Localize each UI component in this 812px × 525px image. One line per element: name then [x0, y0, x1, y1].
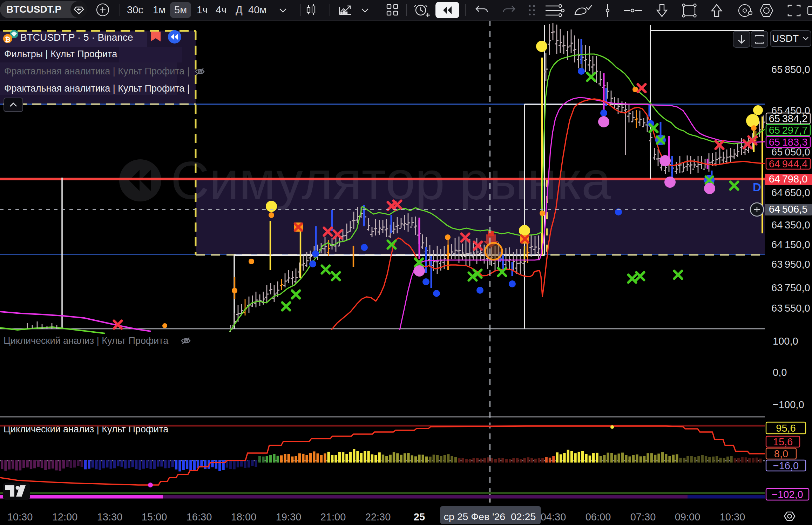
- svg-text:63 950,0: 63 950,0: [771, 259, 810, 270]
- svg-text:ср 25 Фев '26 02:25: ср 25 Фев '26 02:25: [444, 511, 536, 522]
- svg-text:63 750,0: 63 750,0: [771, 282, 810, 293]
- svg-text:65 050,0: 65 050,0: [771, 146, 810, 158]
- svg-text:10:30: 10:30: [720, 511, 745, 523]
- svg-text:−16,0: −16,0: [773, 460, 799, 471]
- svg-text:19:30: 19:30: [276, 511, 302, 523]
- svg-text:15,6: 15,6: [773, 436, 793, 447]
- svg-text:13:30: 13:30: [97, 511, 123, 523]
- svg-text:10:30: 10:30: [7, 511, 33, 523]
- svg-text:09:00: 09:00: [675, 511, 701, 523]
- svg-text:95,6: 95,6: [776, 423, 796, 434]
- svg-text:64 650,0: 64 650,0: [771, 187, 810, 198]
- svg-text:21:00: 21:00: [320, 511, 346, 523]
- svg-text:65 297,7: 65 297,7: [769, 125, 808, 136]
- svg-text:04:30: 04:30: [541, 511, 566, 523]
- svg-text:64 350,0: 64 350,0: [771, 219, 810, 231]
- svg-text:64 506,5: 64 506,5: [769, 204, 808, 215]
- svg-text:Фильтры | Культ Профита: Фильтры | Культ Профита: [4, 49, 117, 59]
- svg-text:25: 25: [414, 511, 425, 523]
- svg-text:65 384,2: 65 384,2: [769, 113, 808, 124]
- svg-text:65 850,0: 65 850,0: [771, 64, 810, 75]
- svg-text:06:00: 06:00: [586, 511, 611, 523]
- svg-text:22:30: 22:30: [365, 511, 391, 523]
- svg-text:₿: ₿: [5, 36, 10, 43]
- svg-text:D: D: [753, 181, 761, 194]
- svg-text:18:00: 18:00: [231, 511, 257, 523]
- svg-text:8,0: 8,0: [774, 448, 788, 459]
- svg-text:Симулятор рынка: Симулятор рынка: [171, 151, 611, 210]
- svg-text:BTCUSDT.P · 5 · Binance: BTCUSDT.P · 5 · Binance: [20, 32, 133, 43]
- svg-text:−100,0: −100,0: [773, 399, 804, 410]
- svg-text:Циклический анализ | Культ Про: Циклический анализ | Культ Профита: [4, 335, 169, 346]
- svg-text:Фрактальная аналитика | Культ: Фрактальная аналитика | Культ Профита |: [4, 83, 190, 94]
- svg-text:64 944,4: 64 944,4: [769, 158, 808, 170]
- svg-text:0,0: 0,0: [773, 367, 787, 378]
- svg-text:07:30: 07:30: [630, 511, 656, 523]
- svg-text:65 183,3: 65 183,3: [769, 137, 808, 148]
- svg-text:Фрактальная аналитика | Культ: Фрактальная аналитика | Культ Профита |: [4, 66, 190, 77]
- svg-text:16:30: 16:30: [187, 511, 212, 523]
- svg-text:63 550,0: 63 550,0: [771, 303, 810, 314]
- svg-text:64 798,0: 64 798,0: [769, 173, 808, 185]
- svg-text:12:00: 12:00: [52, 511, 78, 523]
- svg-text:64 150,0: 64 150,0: [771, 239, 810, 250]
- svg-text:−102,0: −102,0: [772, 489, 803, 500]
- svg-text:100,0: 100,0: [773, 335, 798, 347]
- svg-text:15:00: 15:00: [142, 511, 167, 523]
